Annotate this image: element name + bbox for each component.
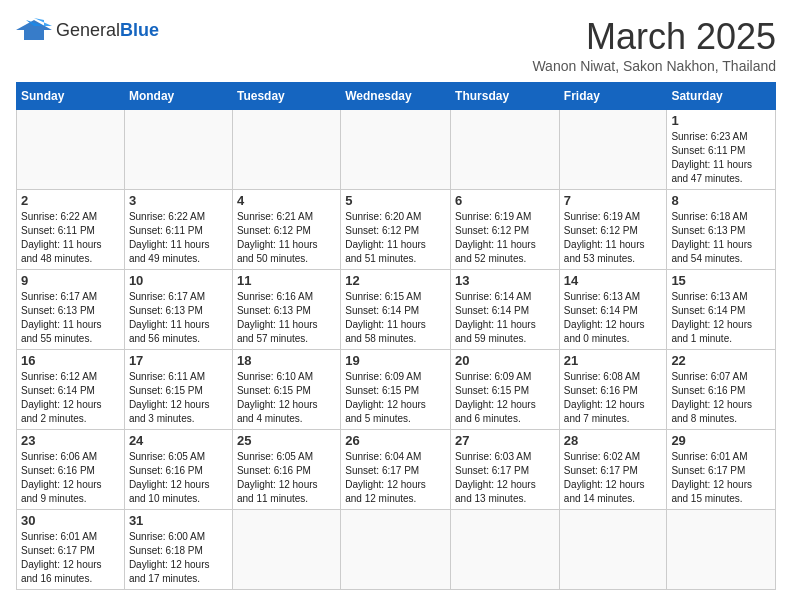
day-cell (232, 510, 340, 590)
day-info: Sunrise: 6:13 AM Sunset: 6:14 PM Dayligh… (564, 290, 663, 346)
week-row-0: 1Sunrise: 6:23 AM Sunset: 6:11 PM Daylig… (17, 110, 776, 190)
day-number: 29 (671, 433, 771, 448)
day-number: 25 (237, 433, 336, 448)
day-cell: 17Sunrise: 6:11 AM Sunset: 6:15 PM Dayli… (124, 350, 232, 430)
day-cell: 16Sunrise: 6:12 AM Sunset: 6:14 PM Dayli… (17, 350, 125, 430)
day-info: Sunrise: 6:21 AM Sunset: 6:12 PM Dayligh… (237, 210, 336, 266)
day-cell (559, 510, 667, 590)
day-number: 18 (237, 353, 336, 368)
day-number: 8 (671, 193, 771, 208)
location: Wanon Niwat, Sakon Nakhon, Thailand (532, 58, 776, 74)
day-number: 1 (671, 113, 771, 128)
day-info: Sunrise: 6:14 AM Sunset: 6:14 PM Dayligh… (455, 290, 555, 346)
day-cell: 5Sunrise: 6:20 AM Sunset: 6:12 PM Daylig… (341, 190, 451, 270)
day-cell (341, 110, 451, 190)
header-day-saturday: Saturday (667, 83, 776, 110)
day-info: Sunrise: 6:22 AM Sunset: 6:11 PM Dayligh… (21, 210, 120, 266)
header-day-friday: Friday (559, 83, 667, 110)
day-number: 14 (564, 273, 663, 288)
day-number: 31 (129, 513, 228, 528)
day-number: 26 (345, 433, 446, 448)
day-cell: 11Sunrise: 6:16 AM Sunset: 6:13 PM Dayli… (232, 270, 340, 350)
day-number: 4 (237, 193, 336, 208)
day-cell: 9Sunrise: 6:17 AM Sunset: 6:13 PM Daylig… (17, 270, 125, 350)
day-cell: 10Sunrise: 6:17 AM Sunset: 6:13 PM Dayli… (124, 270, 232, 350)
day-cell: 8Sunrise: 6:18 AM Sunset: 6:13 PM Daylig… (667, 190, 776, 270)
day-number: 11 (237, 273, 336, 288)
day-cell: 15Sunrise: 6:13 AM Sunset: 6:14 PM Dayli… (667, 270, 776, 350)
week-row-2: 9Sunrise: 6:17 AM Sunset: 6:13 PM Daylig… (17, 270, 776, 350)
day-cell: 20Sunrise: 6:09 AM Sunset: 6:15 PM Dayli… (451, 350, 560, 430)
day-cell: 13Sunrise: 6:14 AM Sunset: 6:14 PM Dayli… (451, 270, 560, 350)
month-title: March 2025 (532, 16, 776, 58)
day-cell: 7Sunrise: 6:19 AM Sunset: 6:12 PM Daylig… (559, 190, 667, 270)
week-row-4: 23Sunrise: 6:06 AM Sunset: 6:16 PM Dayli… (17, 430, 776, 510)
day-number: 27 (455, 433, 555, 448)
day-number: 23 (21, 433, 120, 448)
day-number: 6 (455, 193, 555, 208)
day-info: Sunrise: 6:11 AM Sunset: 6:15 PM Dayligh… (129, 370, 228, 426)
day-cell (451, 510, 560, 590)
header-row: SundayMondayTuesdayWednesdayThursdayFrid… (17, 83, 776, 110)
day-cell (124, 110, 232, 190)
day-cell (341, 510, 451, 590)
day-info: Sunrise: 6:01 AM Sunset: 6:17 PM Dayligh… (21, 530, 120, 586)
day-cell: 21Sunrise: 6:08 AM Sunset: 6:16 PM Dayli… (559, 350, 667, 430)
day-cell (17, 110, 125, 190)
day-cell: 30Sunrise: 6:01 AM Sunset: 6:17 PM Dayli… (17, 510, 125, 590)
day-number: 20 (455, 353, 555, 368)
day-cell: 22Sunrise: 6:07 AM Sunset: 6:16 PM Dayli… (667, 350, 776, 430)
header-day-sunday: Sunday (17, 83, 125, 110)
day-cell: 1Sunrise: 6:23 AM Sunset: 6:11 PM Daylig… (667, 110, 776, 190)
day-cell: 4Sunrise: 6:21 AM Sunset: 6:12 PM Daylig… (232, 190, 340, 270)
day-number: 16 (21, 353, 120, 368)
day-cell: 2Sunrise: 6:22 AM Sunset: 6:11 PM Daylig… (17, 190, 125, 270)
day-info: Sunrise: 6:16 AM Sunset: 6:13 PM Dayligh… (237, 290, 336, 346)
day-cell (559, 110, 667, 190)
day-cell: 25Sunrise: 6:05 AM Sunset: 6:16 PM Dayli… (232, 430, 340, 510)
day-info: Sunrise: 6:09 AM Sunset: 6:15 PM Dayligh… (345, 370, 446, 426)
day-number: 12 (345, 273, 446, 288)
day-info: Sunrise: 6:09 AM Sunset: 6:15 PM Dayligh… (455, 370, 555, 426)
day-cell: 28Sunrise: 6:02 AM Sunset: 6:17 PM Dayli… (559, 430, 667, 510)
day-info: Sunrise: 6:20 AM Sunset: 6:12 PM Dayligh… (345, 210, 446, 266)
day-number: 2 (21, 193, 120, 208)
day-info: Sunrise: 6:15 AM Sunset: 6:14 PM Dayligh… (345, 290, 446, 346)
day-cell (667, 510, 776, 590)
day-cell: 27Sunrise: 6:03 AM Sunset: 6:17 PM Dayli… (451, 430, 560, 510)
day-info: Sunrise: 6:23 AM Sunset: 6:11 PM Dayligh… (671, 130, 771, 186)
day-cell: 14Sunrise: 6:13 AM Sunset: 6:14 PM Dayli… (559, 270, 667, 350)
day-info: Sunrise: 6:06 AM Sunset: 6:16 PM Dayligh… (21, 450, 120, 506)
day-cell: 18Sunrise: 6:10 AM Sunset: 6:15 PM Dayli… (232, 350, 340, 430)
day-number: 13 (455, 273, 555, 288)
day-info: Sunrise: 6:05 AM Sunset: 6:16 PM Dayligh… (129, 450, 228, 506)
day-number: 24 (129, 433, 228, 448)
day-info: Sunrise: 6:17 AM Sunset: 6:13 PM Dayligh… (129, 290, 228, 346)
day-cell: 12Sunrise: 6:15 AM Sunset: 6:14 PM Dayli… (341, 270, 451, 350)
day-number: 17 (129, 353, 228, 368)
day-number: 3 (129, 193, 228, 208)
day-number: 28 (564, 433, 663, 448)
day-info: Sunrise: 6:17 AM Sunset: 6:13 PM Dayligh… (21, 290, 120, 346)
day-info: Sunrise: 6:12 AM Sunset: 6:14 PM Dayligh… (21, 370, 120, 426)
day-info: Sunrise: 6:10 AM Sunset: 6:15 PM Dayligh… (237, 370, 336, 426)
day-info: Sunrise: 6:22 AM Sunset: 6:11 PM Dayligh… (129, 210, 228, 266)
header-day-thursday: Thursday (451, 83, 560, 110)
day-number: 10 (129, 273, 228, 288)
day-number: 7 (564, 193, 663, 208)
day-number: 5 (345, 193, 446, 208)
day-cell: 23Sunrise: 6:06 AM Sunset: 6:16 PM Dayli… (17, 430, 125, 510)
day-info: Sunrise: 6:08 AM Sunset: 6:16 PM Dayligh… (564, 370, 663, 426)
logo: GeneralBlue (16, 16, 159, 44)
day-cell: 31Sunrise: 6:00 AM Sunset: 6:18 PM Dayli… (124, 510, 232, 590)
page-header: GeneralBlue March 2025 Wanon Niwat, Sako… (16, 16, 776, 74)
header-day-tuesday: Tuesday (232, 83, 340, 110)
day-cell: 26Sunrise: 6:04 AM Sunset: 6:17 PM Dayli… (341, 430, 451, 510)
calendar-table: SundayMondayTuesdayWednesdayThursdayFrid… (16, 82, 776, 590)
logo-icon (16, 16, 52, 44)
day-cell: 29Sunrise: 6:01 AM Sunset: 6:17 PM Dayli… (667, 430, 776, 510)
day-info: Sunrise: 6:00 AM Sunset: 6:18 PM Dayligh… (129, 530, 228, 586)
day-info: Sunrise: 6:04 AM Sunset: 6:17 PM Dayligh… (345, 450, 446, 506)
day-number: 19 (345, 353, 446, 368)
header-day-wednesday: Wednesday (341, 83, 451, 110)
